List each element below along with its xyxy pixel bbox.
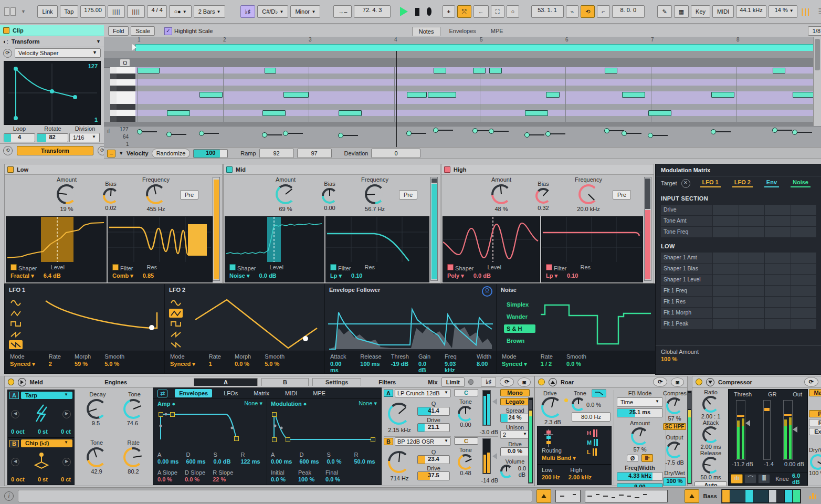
filter-a-q-slider[interactable]: 41.4 [417, 407, 450, 416]
lane-sort-icon[interactable]: ιl [107, 128, 110, 134]
low-bias-knob[interactable] [103, 188, 119, 204]
piano-keys[interactable] [117, 67, 135, 122]
roar-filter-shape-button[interactable] [592, 389, 606, 397]
matrix-source-noise[interactable]: Noise [791, 179, 811, 187]
matrix-cell[interactable] [764, 308, 791, 318]
roar-save-preset-icon[interactable]: ◙ [671, 377, 684, 387]
matrix-cell[interactable] [764, 286, 791, 296]
engine-a-decay-knob[interactable] [87, 399, 107, 419]
midi-note[interactable] [407, 92, 427, 98]
lfo-triangle-wave-icon[interactable] [9, 309, 23, 318]
re-enable-automation-button[interactable]: ← [473, 5, 489, 18]
groove-amount-menu[interactable]: ○● ▼ [169, 5, 191, 18]
global-amount-value[interactable]: 100 % [661, 356, 816, 362]
amp-route-select[interactable]: None ▾ [244, 400, 262, 407]
filter-b-q-slider[interactable]: 23.4 [417, 455, 450, 464]
velocity-marker[interactable] [604, 128, 609, 133]
lane-chevron-icon[interactable]: ▼ [119, 151, 123, 156]
loop-start-field[interactable]: 53. 1. 1 [531, 5, 564, 18]
matrix-cell[interactable] [764, 253, 791, 263]
link-session-icon[interactable] [4, 7, 16, 16]
high-amount-knob[interactable] [491, 184, 511, 204]
matrix-cell[interactable] [739, 286, 765, 296]
collapse-chevron-icon[interactable]: ▼ [96, 39, 101, 44]
clip-overview-a[interactable] [555, 490, 580, 502]
engine-b-rate-knob[interactable] [123, 447, 143, 467]
mid-amount-knob[interactable] [276, 184, 296, 204]
high-filter-type-select[interactable]: Lp ▾ [546, 272, 557, 279]
fb-mode-select[interactable]: Time▼ [617, 397, 663, 407]
lfo-ramp-down-wave-icon[interactable] [169, 340, 183, 349]
velocity-marker[interactable] [792, 130, 797, 135]
matrix-cell[interactable] [791, 253, 817, 263]
legato-button[interactable]: Legato [500, 398, 530, 405]
filter-b-drive-slider[interactable]: 37.5 [417, 471, 450, 480]
amp-env-handle[interactable] [170, 412, 175, 417]
midi-note[interactable] [605, 68, 617, 74]
activity-view-button[interactable]: ⫿⫿ [758, 474, 770, 484]
device-chain-expand-button[interactable] [685, 489, 699, 503]
punch-out-button[interactable]: ⌐ [597, 5, 609, 18]
compressor-hot-swap-icon[interactable]: ⟳ [804, 377, 818, 387]
high-level-value[interactable]: 0.0 dB [473, 272, 491, 279]
matrix-cell[interactable] [712, 216, 739, 226]
matrix-source-env[interactable]: Env [764, 179, 779, 187]
stop-button[interactable] [415, 8, 419, 16]
midi-note[interactable] [473, 68, 486, 74]
lfo-square-wave-icon[interactable] [9, 319, 23, 328]
roar-drive-knob[interactable] [541, 397, 562, 418]
matrix-cell[interactable] [764, 264, 791, 274]
voice-b-tone-knob[interactable] [458, 454, 473, 470]
mid-filter-graph[interactable]: FilterRes Lp ▾0.10 [325, 216, 429, 282]
engine-a-tone-knob[interactable] [123, 399, 143, 419]
tap-tempo-button[interactable]: Tap [60, 5, 79, 18]
engine-b-ct[interactable]: 0 ct [61, 476, 71, 482]
velocity-marker[interactable] [433, 128, 438, 133]
matrix-clear-icon[interactable]: ✕ [681, 179, 690, 188]
noise-type-simplex[interactable]: Simplex [504, 300, 535, 309]
device-chain-overview[interactable] [721, 489, 801, 503]
deviation-field[interactable]: 0 [371, 149, 420, 158]
matrix-cell[interactable] [712, 275, 739, 285]
mod-env-handle[interactable] [272, 412, 277, 417]
output-gain-handle[interactable] [793, 426, 797, 433]
matrix-source-lfo2[interactable]: LFO 2 [732, 179, 753, 187]
roar-output-knob[interactable] [666, 442, 683, 458]
punch-in-button[interactable]: ⌁ [566, 5, 579, 18]
note-grid[interactable] [135, 67, 821, 122]
attack-knob[interactable] [702, 426, 719, 443]
tab-envelopes[interactable]: Envelopes [443, 27, 482, 35]
env-param[interactable]: R Slope22 % [213, 469, 233, 482]
info-icon[interactable]: i [4, 491, 14, 501]
mono-button[interactable]: Mono [500, 389, 530, 396]
velocity-marker[interactable] [472, 128, 478, 133]
matrix-cell[interactable] [739, 253, 765, 263]
midi-note[interactable] [773, 68, 785, 74]
velocity-marker[interactable] [283, 131, 288, 136]
arrangement-view-toggle-icon[interactable]: ☰ [818, 7, 821, 16]
makeup-button[interactable]: Makeup [809, 389, 821, 396]
scale-fold-button[interactable]: Scale [131, 26, 155, 36]
subtab-lfos[interactable]: LFOs [219, 389, 242, 397]
engine-b-prev-icon[interactable]: ◀ [11, 458, 19, 466]
compress-knob[interactable] [666, 397, 683, 414]
low-res-value[interactable]: 0.85 [143, 272, 154, 279]
midi-note[interactable] [265, 68, 276, 74]
low-shaper-type-select[interactable]: Fractal ▾ [10, 272, 34, 279]
rotate-value-slider[interactable]: 82 [37, 133, 68, 142]
mid-level-value[interactable]: 0.0 dB [259, 272, 277, 279]
meld-scale-icon[interactable]: ♭♯ [481, 377, 496, 387]
env-param[interactable]: R122 ms [240, 452, 260, 465]
xover-high-value[interactable]: 2.00 kHz [569, 474, 592, 480]
threshold-value[interactable]: -11.2 dB [732, 461, 753, 467]
session-view-toggle-icon[interactable]: ||| [802, 7, 811, 16]
matrix-cell[interactable] [764, 275, 791, 285]
ramp-to-field[interactable]: 97 [297, 149, 332, 158]
scale-name-menu[interactable]: Minor▼ [290, 5, 320, 18]
lfo-triangle-wave-icon[interactable] [169, 309, 183, 318]
nudge-up-button[interactable]: |||| [127, 5, 144, 18]
randomize-amount-slider[interactable]: 100 [193, 149, 228, 158]
matrix-cell[interactable] [739, 319, 765, 329]
midi-map-button[interactable]: MIDI [712, 5, 734, 18]
roar-hot-swap-icon[interactable]: ⟳ [653, 377, 667, 387]
